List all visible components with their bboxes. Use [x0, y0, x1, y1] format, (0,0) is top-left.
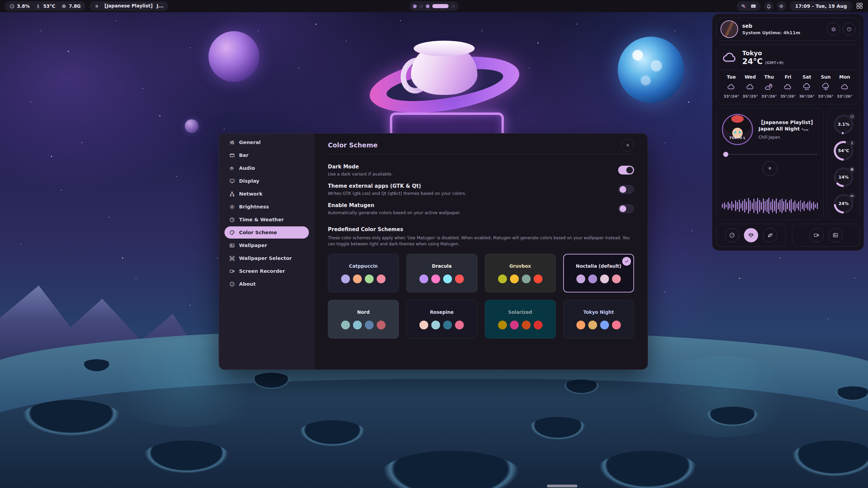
- pause-icon: [94, 4, 99, 9]
- gauge-cpu-temperature: 54°C: [834, 141, 853, 161]
- toggle-theme-external-apps-gtk-qt[interactable]: [618, 185, 634, 194]
- settings-button[interactable]: [827, 23, 840, 36]
- topbar-media-pill[interactable]: 【Japanese Playlist】 J...: [90, 1, 168, 11]
- stat-cpu: 3.8%: [9, 3, 29, 9]
- stat-temperature: 53°C: [36, 3, 55, 9]
- scheme-card-solarized[interactable]: Solarized: [485, 300, 556, 339]
- username: seb: [742, 23, 800, 29]
- monitor-icon: [229, 178, 235, 184]
- scheme-name: Noctalia (default): [576, 263, 621, 269]
- volume-button[interactable]: [777, 1, 786, 11]
- brightness-icon: [229, 204, 235, 210]
- scheme-card-noctalia-default[interactable]: Noctalia (default): [563, 254, 634, 292]
- overview-button[interactable]: [856, 2, 863, 11]
- scheme-colors: [419, 274, 464, 283]
- power-saver-profile-button[interactable]: [763, 228, 777, 242]
- forecast-temps: 35°/26°: [780, 94, 796, 99]
- crater: [563, 380, 600, 395]
- gauge-cpu-usage: 3.1%: [834, 115, 853, 134]
- tray-app-icon[interactable]: VC: [741, 3, 747, 9]
- progress-knob[interactable]: [723, 152, 728, 157]
- sidebar-item-label: Time & Weather: [239, 217, 284, 222]
- sidebar-item-brightness[interactable]: Brightness: [224, 201, 309, 213]
- close-button[interactable]: [622, 139, 634, 151]
- gauge-value: 24%: [839, 201, 849, 206]
- sidebar-item-display[interactable]: Display: [224, 175, 309, 187]
- forecast-day-fri: Fri35°/26°: [778, 74, 797, 99]
- workspace-4[interactable]: [432, 4, 449, 8]
- sidebar-item-label: General: [239, 140, 261, 145]
- cloud-icon: [841, 83, 849, 91]
- track-title: 【Japanese Playlist】 Japan All Night - To…: [758, 119, 818, 133]
- cloud-icon: [722, 50, 737, 65]
- workspace-indicator[interactable]: [410, 1, 458, 11]
- crater: [597, 451, 698, 488]
- scheme-card-gruvbox[interactable]: Gruvbox: [485, 254, 556, 292]
- stat-memory: 7.8G: [61, 3, 81, 9]
- tune-icon: [229, 140, 235, 145]
- balanced-profile-button[interactable]: [744, 228, 758, 242]
- toggle-enable-matugen[interactable]: [618, 204, 634, 213]
- setting-description: Use a dark variant if available.: [328, 171, 393, 177]
- sidebar-item-color-scheme[interactable]: Color Scheme: [224, 226, 309, 239]
- scheme-name: Dracula: [432, 263, 452, 269]
- sidebar-item-about[interactable]: About: [224, 278, 309, 290]
- workspace-5[interactable]: [451, 4, 455, 8]
- grid-icon: [856, 2, 863, 9]
- forecast-day-name: Tue: [727, 74, 736, 80]
- crater: [81, 359, 112, 373]
- progress-bar[interactable]: [722, 152, 818, 157]
- sidebar-item-bar[interactable]: Bar: [224, 149, 309, 161]
- wallpaper-tray-icon[interactable]: [750, 3, 756, 9]
- sidebar-item-time-weather[interactable]: Time & Weather: [224, 214, 309, 226]
- cloud-icon: [784, 83, 792, 91]
- page-title: Color Scheme: [328, 141, 378, 149]
- power-button[interactable]: [843, 23, 855, 36]
- sidebar-item-network[interactable]: Network: [224, 188, 309, 200]
- scheme-colors: [341, 321, 386, 329]
- system-tray[interactable]: VC: [737, 1, 761, 11]
- user-card: seb System Uptime: 4h11m: [716, 18, 860, 41]
- scheme-card-dracula[interactable]: Dracula: [406, 254, 477, 292]
- rain-cloud-icon: [803, 83, 811, 91]
- system-stats-pill[interactable]: 3.8%53°C7.8G: [5, 1, 85, 11]
- sidebar-item-wallpaper[interactable]: Wallpaper: [224, 239, 309, 251]
- pause-button[interactable]: [763, 161, 777, 176]
- notifications-button[interactable]: [764, 1, 773, 11]
- speedometer-icon: [9, 4, 15, 9]
- toggle-dark-mode[interactable]: [618, 166, 634, 175]
- album-art: TOKYO L: [722, 114, 753, 145]
- gauge-memory-usage: 14%: [834, 167, 853, 187]
- scheme-card-rosepine[interactable]: Rosepine: [406, 300, 477, 339]
- workspace-2[interactable]: [419, 4, 423, 8]
- sidebar-item-general[interactable]: General: [224, 136, 309, 148]
- scheme-card-tokyo-night[interactable]: Tokyo Night: [563, 300, 634, 339]
- frame-select-icon: [229, 256, 235, 261]
- sidebar-item-label: Color Scheme: [239, 230, 277, 235]
- scheme-card-catppuccin[interactable]: Catppuccin: [328, 254, 399, 292]
- scheme-name: Gruvbox: [509, 263, 531, 269]
- settings-main: Color Scheme Dark ModeUse a dark variant…: [314, 134, 648, 369]
- sidebar-item-screen-recorder[interactable]: Screen Recorder: [224, 265, 309, 277]
- scheme-card-nord[interactable]: Nord: [328, 300, 399, 339]
- sidebar-item-label: Display: [239, 178, 259, 184]
- sidebar-item-wallpaper-selector[interactable]: Wallpaper Selector: [224, 252, 309, 264]
- network-icon: [229, 191, 235, 197]
- workspace-1[interactable]: [413, 4, 417, 8]
- crater: [20, 400, 122, 437]
- workspace-3[interactable]: [426, 4, 430, 8]
- wallpaper-button[interactable]: [828, 228, 843, 242]
- performance-profile-button[interactable]: [725, 228, 739, 242]
- sidebar-item-label: Network: [239, 191, 262, 197]
- sidebar-item-audio[interactable]: Audio: [224, 162, 309, 174]
- clock[interactable]: 17:09 - Tue, 19 Aug: [790, 1, 852, 11]
- chip-icon: [61, 4, 66, 9]
- leaf-icon: [767, 232, 773, 238]
- sidebar-item-label: About: [239, 281, 256, 287]
- gauge-value: 3.1%: [838, 122, 850, 127]
- bell-icon: [766, 3, 772, 9]
- screen-recorder-button[interactable]: [809, 228, 824, 242]
- thermometer-icon: [36, 4, 41, 9]
- weather-forecast: Tue33°/24°Wed35°/25°Thu33°/26°Fri35°/26°…: [722, 74, 854, 99]
- audio-visualizer: [722, 196, 818, 216]
